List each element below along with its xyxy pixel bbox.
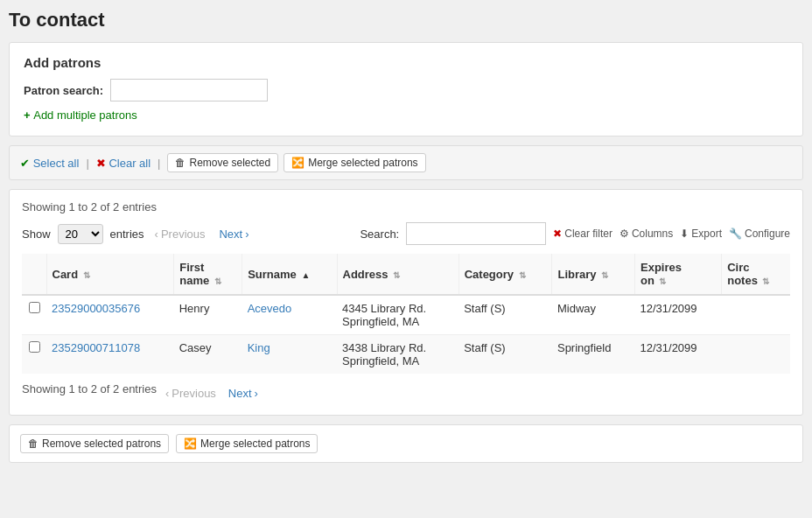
- show-label: Show: [22, 228, 51, 241]
- row-surname: King: [242, 335, 337, 374]
- col-surname: Surname ▲: [242, 254, 337, 295]
- toolbar-separator-1: |: [86, 157, 88, 170]
- clear-filter-button[interactable]: ✖ Clear filter: [553, 228, 612, 240]
- wrench-icon: 🔧: [729, 228, 742, 240]
- sort-library-icon: ⇅: [601, 270, 608, 280]
- clear-filter-label: Clear filter: [564, 228, 612, 240]
- configure-button[interactable]: 🔧 Configure: [729, 228, 790, 240]
- patron-search-input[interactable]: [110, 79, 268, 102]
- chevron-right-icon: ›: [245, 228, 248, 241]
- next-button-top[interactable]: Next ›: [215, 226, 252, 242]
- row-expires-on: 12/31/2099: [634, 295, 721, 335]
- configure-label: Configure: [745, 228, 790, 240]
- row-first-name: Henry: [174, 295, 242, 335]
- chevron-left-bottom-icon: ‹: [165, 387, 169, 400]
- merge-selected-patrons-button[interactable]: 🔀 Merge selected patrons: [176, 434, 318, 453]
- sort-category-icon: ⇅: [519, 270, 526, 280]
- add-multiple-patrons-link[interactable]: Add multiple patrons: [24, 108, 137, 122]
- table-row: 23529000711078 Casey King 3438 Library R…: [22, 335, 790, 374]
- row-surname: Acevedo: [242, 295, 337, 335]
- download-icon: ⬇: [680, 228, 689, 240]
- col-address: Address ⇅: [337, 254, 458, 295]
- merge-icon: 🔀: [291, 157, 304, 169]
- merge-selected-button[interactable]: 🔀 Merge selected patrons: [284, 153, 425, 172]
- row-library: Springfield: [552, 335, 635, 374]
- row-checkbox[interactable]: [29, 341, 40, 353]
- add-patrons-title: Add patrons: [24, 55, 788, 70]
- row-checkbox-cell: [22, 295, 46, 335]
- chevron-right-bottom-icon: ›: [255, 387, 258, 400]
- col-card: Card ⇅: [46, 254, 174, 295]
- showing-text-bottom: Showing 1 to 2 of 2 entries: [22, 382, 157, 396]
- patron-search-label: Patron search:: [24, 84, 103, 97]
- columns-label: Columns: [632, 228, 673, 240]
- card-number-link[interactable]: 23529000711078: [52, 341, 140, 354]
- clear-all-label: Clear all: [108, 157, 150, 170]
- x-filter-icon: ✖: [553, 228, 562, 240]
- col-circ-notes: Circnotes ⇅: [722, 254, 790, 295]
- merge-selected-patrons-label: Merge selected patrons: [200, 438, 310, 450]
- sort-surname-icon: ▲: [301, 270, 310, 280]
- patrons-toolbar: ✔ Select all | ✖ Clear all | 🗑 Remove se…: [9, 145, 803, 180]
- show-entries-select[interactable]: 20 50 100: [58, 224, 103, 244]
- surname-link[interactable]: Acevedo: [248, 302, 292, 315]
- next-button-bottom[interactable]: Next ›: [225, 385, 262, 402]
- table-header-row: Card ⇅ Firstname ⇅ Surname ▲ Address ⇅ C…: [22, 254, 790, 295]
- checkmark-icon: ✔: [20, 157, 30, 170]
- export-button[interactable]: ⬇ Export: [680, 228, 722, 240]
- col-category: Category ⇅: [458, 254, 552, 295]
- sort-firstname-icon: ⇅: [214, 276, 221, 286]
- surname-link[interactable]: King: [248, 341, 270, 354]
- remove-selected-button[interactable]: 🗑 Remove selected: [167, 153, 278, 172]
- row-expires-on: 12/31/2099: [634, 335, 721, 374]
- previous-button-top[interactable]: ‹ Previous: [151, 226, 209, 242]
- showing-text-top: Showing 1 to 2 of 2 entries: [22, 200, 790, 214]
- row-category: Staff (S): [458, 295, 552, 335]
- entries-label: entries: [110, 228, 144, 241]
- columns-button[interactable]: ⚙ Columns: [620, 228, 673, 240]
- patrons-table: Card ⇅ Firstname ⇅ Surname ▲ Address ⇅ C…: [22, 254, 790, 374]
- page-title: To contact: [9, 9, 803, 32]
- row-checkbox[interactable]: [29, 302, 40, 313]
- trash-icon: 🗑: [175, 157, 186, 169]
- gear-icon: ⚙: [620, 228, 629, 240]
- col-first-name: Firstname ⇅: [174, 254, 242, 295]
- trash-bottom-icon: 🗑: [28, 438, 38, 450]
- previous-button-bottom[interactable]: ‹ Previous: [162, 385, 220, 402]
- clear-all-link[interactable]: ✖ Clear all: [96, 157, 150, 170]
- row-circ-notes: [722, 335, 790, 374]
- remove-selected-patrons-button[interactable]: 🗑 Remove selected patrons: [20, 434, 169, 453]
- table-search-input[interactable]: [406, 222, 546, 245]
- merge-bottom-icon: 🔀: [184, 438, 197, 450]
- select-all-label: Select all: [33, 157, 80, 170]
- card-number-link[interactable]: 23529000035676: [52, 302, 140, 315]
- sort-address-icon: ⇅: [393, 270, 400, 280]
- previous-label-top: Previous: [161, 228, 206, 241]
- remove-selected-patrons-label: Remove selected patrons: [42, 438, 161, 450]
- toolbar-separator-2: |: [158, 157, 160, 170]
- row-card: 23529000035676: [46, 295, 174, 335]
- bottom-action-toolbar: 🗑 Remove selected patrons 🔀 Merge select…: [9, 424, 803, 463]
- previous-label-bottom: Previous: [172, 387, 216, 400]
- next-label-bottom: Next: [228, 387, 252, 400]
- select-all-link[interactable]: ✔ Select all: [20, 157, 79, 170]
- add-patrons-card: Add patrons Patron search: Add multiple …: [9, 42, 803, 136]
- remove-selected-label: Remove selected: [189, 157, 270, 169]
- x-clear-icon: ✖: [96, 157, 106, 170]
- row-circ-notes: [722, 295, 790, 335]
- col-expires-on: Expireson ⇅: [634, 254, 721, 295]
- row-address: 4345 Library Rd.Springfield, MA: [337, 295, 458, 335]
- main-table-card: Showing 1 to 2 of 2 entries Show 20 50 1…: [9, 189, 803, 416]
- next-label-top: Next: [219, 228, 242, 241]
- chevron-left-icon: ‹: [155, 228, 158, 241]
- bottom-pagination: Showing 1 to 2 of 2 entries ‹ Previous N…: [22, 382, 790, 404]
- sort-card-icon: ⇅: [83, 270, 90, 280]
- col-library: Library ⇅: [552, 254, 635, 295]
- sort-circ-icon: ⇅: [762, 276, 769, 286]
- merge-selected-label: Merge selected patrons: [308, 157, 417, 169]
- col-checkbox: [22, 254, 46, 295]
- table-row: 23529000035676 Henry Acevedo 4345 Librar…: [22, 295, 790, 335]
- row-category: Staff (S): [458, 335, 552, 374]
- row-address: 3438 Library Rd.Springfield, MA: [337, 335, 458, 374]
- search-label: Search:: [360, 228, 399, 241]
